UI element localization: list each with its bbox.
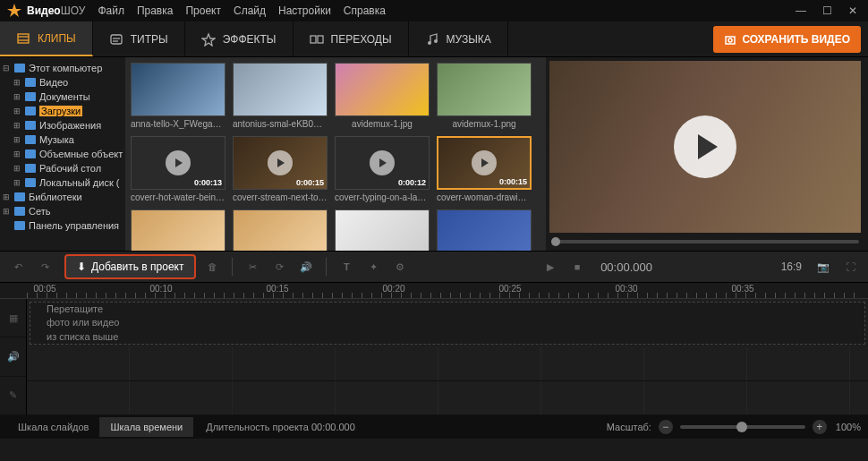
tab-эффекты[interactable]: ЭФФЕКТЫ bbox=[185, 21, 294, 56]
media-thumb[interactable] bbox=[233, 209, 328, 251]
thumb-duration: 0:00:12 bbox=[398, 178, 426, 187]
expand-icon[interactable]: ⊞ bbox=[2, 192, 11, 201]
svg-point-11 bbox=[434, 39, 438, 43]
save-video-button[interactable]: СОХРАНИТЬ ВИДЕО bbox=[713, 26, 861, 53]
thumb-image: 0:00:13 bbox=[131, 136, 226, 190]
effects-track[interactable] bbox=[27, 381, 868, 415]
tree-label: Локальный диск ( bbox=[39, 177, 119, 188]
expand-icon[interactable]: ⊞ bbox=[13, 107, 21, 115]
audio-track[interactable] bbox=[27, 347, 868, 381]
media-thumb[interactable]: avidemux-1.png bbox=[437, 63, 532, 129]
expand-icon[interactable]: ⊞ bbox=[13, 178, 21, 187]
cut-button[interactable]: ✂ bbox=[242, 256, 263, 277]
expand-icon[interactable]: ⊞ bbox=[2, 207, 11, 216]
media-thumb[interactable]: antonius-smal-eKB0NmlUe… bbox=[233, 63, 328, 129]
play-button[interactable]: ▶ bbox=[540, 256, 561, 277]
effects-track-head[interactable]: ✎ bbox=[0, 377, 26, 415]
fullscreen-button[interactable]: ⛶ bbox=[839, 256, 861, 277]
tree-item[interactable]: Панель управления bbox=[2, 218, 123, 233]
settings-button[interactable]: ⚙ bbox=[389, 256, 411, 277]
tree-item[interactable]: ⊞Музыка bbox=[2, 132, 123, 147]
timeline-toolbar: ↶ ↷ ⬇ Добавить в проект 🗑 ✂ ⟳ 🔊 T ✦ ⚙ ▶ … bbox=[0, 251, 868, 283]
audio-track-head[interactable]: 🔊 bbox=[0, 337, 26, 376]
media-thumb[interactable]: anna-tello-X_FWega1EU0-… bbox=[131, 63, 226, 129]
tree-label: Рабочий стол bbox=[39, 163, 101, 174]
minimize-button[interactable]: — bbox=[792, 4, 810, 17]
expand-icon[interactable]: ⊟ bbox=[2, 64, 11, 73]
expand-icon[interactable]: ⊞ bbox=[13, 78, 21, 87]
main-menu: ФайлПравкаПроектСлайдНастройкиСправка bbox=[98, 4, 386, 17]
expand-icon[interactable]: ⊞ bbox=[13, 149, 21, 158]
delete-button[interactable]: 🗑 bbox=[201, 256, 223, 277]
media-thumb[interactable] bbox=[335, 209, 430, 251]
menu-проект[interactable]: Проект bbox=[185, 4, 221, 17]
thumb-image bbox=[131, 63, 226, 116]
thumb-filename: coverr-typing-on-a-laptop… bbox=[335, 192, 430, 202]
tree-label: Сеть bbox=[29, 206, 50, 217]
zoom-in-button[interactable]: + bbox=[813, 420, 827, 434]
thumb-image bbox=[335, 63, 430, 116]
menu-настройки[interactable]: Настройки bbox=[278, 4, 331, 17]
ruler-mark: 00:10 bbox=[149, 284, 172, 294]
tree-item[interactable]: ⊞Загрузки bbox=[2, 104, 123, 118]
tab-клипы[interactable]: КЛИПЫ bbox=[0, 21, 93, 56]
add-to-project-button[interactable]: ⬇ Добавить в проект bbox=[64, 254, 196, 279]
stop-button[interactable]: ■ bbox=[566, 256, 588, 277]
media-thumb[interactable]: 0:00:13coverr-hot-water-being-p… bbox=[131, 136, 226, 202]
folder-icon bbox=[25, 78, 36, 87]
aspect-ratio[interactable]: 16:9 bbox=[781, 260, 802, 273]
thumb-filename: avidemux-1.png bbox=[437, 119, 532, 129]
preview-seek-track[interactable] bbox=[551, 240, 859, 243]
tree-item[interactable]: ⊞Сеть bbox=[2, 204, 123, 218]
menu-слайд[interactable]: Слайд bbox=[234, 4, 266, 17]
tab-музыка[interactable]: МУЗЫКА bbox=[409, 21, 508, 56]
tree-label: Панель управления bbox=[29, 220, 119, 231]
ruler-mark: 00:25 bbox=[498, 284, 521, 294]
rotate-button[interactable]: ⟳ bbox=[268, 256, 290, 277]
tree-item[interactable]: ⊞Локальный диск ( bbox=[2, 175, 123, 190]
redo-button[interactable]: ↷ bbox=[34, 256, 55, 277]
tree-item[interactable]: ⊞Рабочий стол bbox=[2, 161, 123, 175]
media-thumb[interactable]: avidemux-1.jpg bbox=[335, 63, 430, 129]
preview-play-button[interactable] bbox=[674, 115, 736, 178]
media-thumb[interactable]: 0:00:15coverr-stream-next-to-the… bbox=[233, 136, 328, 202]
expand-icon[interactable]: ⊞ bbox=[13, 135, 21, 144]
tree-item[interactable]: ⊟Этот компьютер bbox=[2, 61, 123, 75]
tree-item[interactable]: ⊞Объемные объект bbox=[2, 147, 123, 161]
tree-item[interactable]: ⊞Документы bbox=[2, 90, 123, 104]
project-duration: Длительность проекта 00:00.000 bbox=[206, 422, 355, 432]
thumb-image bbox=[437, 63, 532, 116]
expand-icon[interactable]: ⊞ bbox=[13, 92, 21, 101]
media-thumb[interactable]: 0:00:15coverr-woman-drawing-in-… bbox=[437, 136, 532, 202]
expand-icon[interactable]: ⊞ bbox=[13, 121, 21, 130]
tab-icon bbox=[425, 32, 439, 47]
tree-item[interactable]: ⊞Библиотеки bbox=[2, 190, 123, 204]
snapshot-button[interactable]: 📷 bbox=[813, 256, 834, 277]
zoom-out-button[interactable]: − bbox=[659, 420, 673, 434]
media-thumb[interactable]: 0:00:12coverr-typing-on-a-laptop… bbox=[335, 136, 430, 202]
slides-scale-tab[interactable]: Шкала слайдов bbox=[7, 417, 99, 437]
media-thumb[interactable] bbox=[437, 209, 532, 251]
menu-справка[interactable]: Справка bbox=[344, 4, 386, 17]
magic-button[interactable]: ✦ bbox=[362, 256, 384, 277]
timeline-ruler[interactable]: 00:0500:1000:1500:2000:2500:3000:35 bbox=[0, 283, 868, 299]
volume-button[interactable]: 🔊 bbox=[295, 256, 317, 277]
zoom-slider[interactable] bbox=[680, 425, 805, 429]
maximize-button[interactable]: ☐ bbox=[819, 4, 836, 17]
menu-правка[interactable]: Правка bbox=[137, 4, 174, 17]
time-scale-tab[interactable]: Шкала времени bbox=[99, 417, 193, 437]
video-track[interactable]: Перетащите фото или видео из списка выше bbox=[30, 302, 865, 345]
video-track-head[interactable]: ▦ bbox=[0, 299, 26, 337]
close-button[interactable]: ✕ bbox=[845, 4, 861, 17]
expand-icon[interactable]: ⊞ bbox=[13, 164, 21, 173]
tab-титры[interactable]: ТИТРЫ bbox=[93, 21, 185, 56]
undo-button[interactable]: ↶ bbox=[7, 256, 29, 277]
svg-rect-4 bbox=[111, 35, 122, 44]
tree-item[interactable]: ⊞Изображения bbox=[2, 118, 123, 132]
thumb-filename: antonius-smal-eKB0NmlUe… bbox=[233, 119, 328, 129]
tab-переходы[interactable]: ПЕРЕХОДЫ bbox=[294, 21, 409, 56]
tree-item[interactable]: ⊞Видео bbox=[2, 75, 123, 90]
menu-файл[interactable]: Файл bbox=[98, 4, 124, 17]
text-button[interactable]: T bbox=[336, 256, 357, 277]
media-thumb[interactable] bbox=[131, 209, 226, 251]
